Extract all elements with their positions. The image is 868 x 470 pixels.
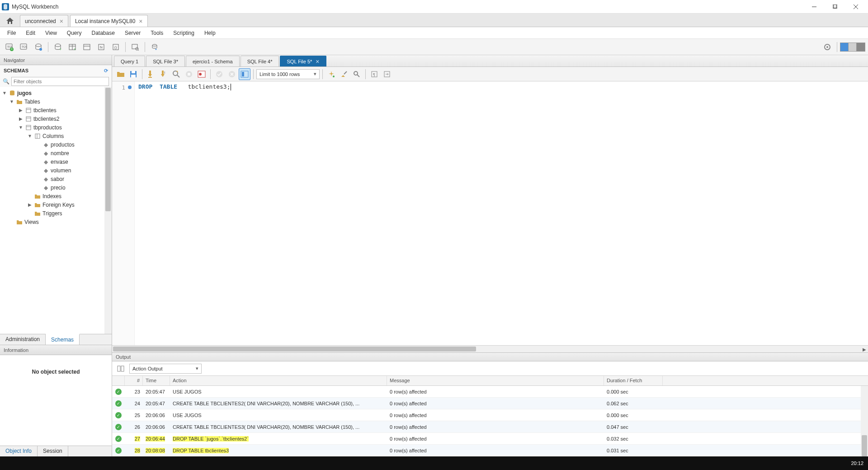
output-row[interactable]: ✓2820:08:08DROP TABLE tbclientes30 row(s… [112, 445, 868, 456]
menu-query[interactable]: Query [62, 28, 86, 38]
tree-db[interactable]: ▼ jugos [0, 89, 112, 97]
sql-tab[interactable]: ejercio1 - Schema [186, 56, 240, 66]
sql-tab[interactable]: SQL File 4* [241, 56, 279, 66]
commit-button[interactable] [213, 68, 225, 80]
tree-triggers[interactable]: Triggers [0, 209, 112, 218]
collapse-icon[interactable]: ▼ [27, 133, 33, 138]
menu-scripting[interactable]: Scripting [169, 28, 199, 38]
col-message-header[interactable]: Message [387, 376, 604, 385]
expand-icon[interactable]: ▶ [18, 108, 24, 113]
menu-tools[interactable]: Tools [146, 28, 168, 38]
menu-view[interactable]: View [41, 28, 61, 38]
collapse-icon[interactable]: ▼ [9, 99, 14, 104]
search-table-button[interactable] [128, 41, 142, 53]
rollback-button[interactable] [226, 68, 238, 80]
settings-button[interactable] [821, 41, 834, 53]
create-table-button[interactable]: + [66, 41, 79, 53]
output-panels-button[interactable] [115, 363, 127, 375]
conn-tab-unconnected[interactable]: unconnected × [20, 15, 68, 27]
col-num-header[interactable]: # [125, 376, 143, 385]
code-area[interactable]: DROP TABLE tbclientes3; [135, 81, 235, 345]
limit-rows-select[interactable]: Limit to 1000 rows [256, 69, 320, 79]
editor-h-scrollbar[interactable]: ◀ ▶ [112, 345, 868, 352]
wrap-button[interactable]: ¶ [368, 68, 380, 80]
find-button[interactable] [351, 68, 363, 80]
open-file-button[interactable] [115, 68, 127, 80]
tree-scrollbar[interactable] [104, 87, 112, 334]
save-button[interactable] [127, 68, 139, 80]
close-icon[interactable]: × [316, 58, 319, 65]
explain-button[interactable] [170, 68, 182, 80]
layout-left-icon[interactable] [840, 43, 849, 51]
refresh-icon[interactable]: ⟳ [104, 68, 108, 74]
scroll-right-icon[interactable]: ▶ [861, 346, 868, 353]
expand-icon[interactable]: ▶ [18, 116, 24, 121]
tree-column-item[interactable]: ◆sabor [0, 175, 112, 183]
collapse-icon[interactable]: ▼ [18, 125, 24, 130]
execute-button[interactable] [145, 68, 157, 80]
menu-edit[interactable]: Edit [21, 28, 40, 38]
brush-button[interactable] [338, 68, 350, 80]
beautify-button[interactable] [326, 68, 337, 80]
filter-input[interactable] [11, 77, 109, 86]
tree-column-item[interactable]: ◆precio [0, 183, 112, 192]
expand-icon[interactable]: ▶ [27, 202, 33, 207]
tab-object-info[interactable]: Object Info [0, 446, 38, 456]
output-row[interactable]: ✓2720:06:44DROP TABLE `jugos`.`tbcliente… [112, 433, 868, 445]
sql-tab[interactable]: Query 1 [114, 56, 145, 66]
tree-table-item[interactable]: ▶ tbclientes2 [0, 114, 112, 123]
expand-icon[interactable] [27, 211, 33, 216]
tree-table-item[interactable]: ▼ tbproductos [0, 123, 112, 132]
output-row[interactable]: ✓2320:05:47USE JUGOS0 row(s) affected0.0… [112, 386, 868, 398]
expand-icon[interactable] [9, 219, 14, 224]
output-row[interactable]: ✓2620:06:06CREATE TABLE TBCLIENTES3( DNI… [112, 421, 868, 433]
autocommit-button[interactable] [239, 68, 250, 80]
tree-indexes[interactable]: Indexes [0, 192, 112, 200]
sql-editor[interactable]: 1 DROP TABLE tbclientes3; [112, 81, 868, 345]
layout-toggle[interactable] [840, 43, 865, 52]
menu-database[interactable]: Database [87, 28, 119, 38]
home-button[interactable] [2, 15, 18, 27]
create-view-button[interactable] [80, 41, 94, 53]
reconnect-button[interactable] [148, 41, 161, 53]
tab-administration[interactable]: Administration [0, 334, 46, 345]
tree-table-item[interactable]: ▶ tbclientes [0, 106, 112, 114]
execute-current-button[interactable]: I [158, 68, 170, 80]
col-status-header[interactable] [112, 376, 125, 385]
output-type-select[interactable]: Action Output [129, 364, 202, 374]
output-row[interactable]: ✓2520:06:06USE JUGOS0 row(s) affected0.0… [112, 409, 868, 421]
menu-help[interactable]: Help [200, 28, 220, 38]
collapse-icon[interactable]: ▼ [2, 90, 7, 95]
tree-column-item[interactable]: ◆nombre [0, 149, 112, 157]
toggle-button[interactable] [196, 68, 208, 80]
tab-schemas[interactable]: Schemas [46, 334, 80, 345]
close-icon[interactable]: × [60, 18, 63, 24]
col-time-header[interactable]: Time [143, 376, 170, 385]
create-schema-button[interactable]: + [51, 41, 65, 53]
sql-tab-active[interactable]: SQL File 5*× [280, 56, 326, 66]
tree-columns[interactable]: ▼ Columns [0, 132, 112, 140]
tree-fks[interactable]: ▶ Foreign Keys [0, 200, 112, 209]
sql-tab[interactable]: SQL File 3* [146, 56, 185, 66]
tab-session[interactable]: Session [38, 446, 68, 456]
open-sql-button[interactable]: SQL [17, 41, 31, 53]
output-v-scrollbar[interactable] [861, 386, 868, 456]
create-procedure-button[interactable]: fx [94, 41, 108, 53]
conn-tab-local[interactable]: Local instance MySQL80 × [70, 15, 148, 27]
close-button[interactable] [845, 0, 866, 14]
col-duration-header[interactable]: Duration / Fetch [604, 376, 663, 385]
menu-file[interactable]: File [3, 28, 20, 38]
tree-column-item[interactable]: ◆volumen [0, 166, 112, 175]
stop-button[interactable] [183, 68, 195, 80]
invisible-button[interactable] [381, 68, 393, 80]
maximize-button[interactable] [825, 0, 845, 14]
layout-mid-icon[interactable] [849, 43, 857, 51]
new-sql-tab-button[interactable]: SQL+ [3, 41, 16, 53]
expand-icon[interactable] [27, 194, 33, 199]
tree-tables[interactable]: ▼ Tables [0, 97, 112, 106]
tree-column-item[interactable]: ◆productos [0, 140, 112, 149]
menu-server[interactable]: Server [120, 28, 145, 38]
tree-column-item[interactable]: ◆envase [0, 157, 112, 166]
inspector-button[interactable] [32, 41, 45, 53]
tree-views[interactable]: Views [0, 218, 112, 226]
